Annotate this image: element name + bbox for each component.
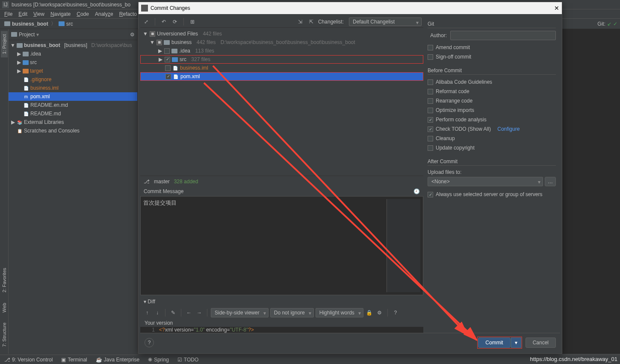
always-row[interactable]: Always use selected server or group of s… — [428, 190, 556, 199]
tree-root[interactable]: ▼business_boot [business] D:\workspace\b… — [9, 41, 137, 50]
tree-target[interactable]: ▶target — [9, 67, 137, 75]
collapse-icon[interactable]: ⇱ — [307, 18, 316, 26]
tree-pom[interactable]: mpom.xml — [9, 92, 137, 101]
checkbox[interactable] — [165, 65, 171, 71]
checkbox[interactable] — [428, 136, 433, 141]
diff-header[interactable]: ▾ Diff — [140, 297, 423, 306]
bottom-vc[interactable]: ⎇ 9: Version Control — [3, 357, 54, 363]
commit-message-input[interactable]: 首次提交项目 — [143, 199, 387, 292]
pom-node[interactable]: 📄pom.xml — [140, 72, 423, 81]
expand-icon[interactable]: ⇲ — [296, 18, 304, 26]
checkbox[interactable] — [428, 54, 433, 60]
amend-row[interactable]: Amend commit — [428, 43, 556, 52]
menu-edit[interactable]: Edit — [16, 10, 30, 18]
tab-favorites[interactable]: 2: Favorites — [1, 264, 8, 296]
tree-readme[interactable]: 📄README.md — [9, 109, 137, 118]
bottom-java[interactable]: ☕ Java Enterprise — [94, 357, 141, 363]
menu-navigate[interactable]: Navigate — [48, 10, 73, 18]
lock-icon[interactable]: 🔒 — [365, 308, 374, 317]
copyright-row[interactable]: Update copyright — [428, 143, 556, 153]
bottom-spring[interactable]: ❋ Spring — [146, 357, 171, 363]
group-icon[interactable]: ⊞ — [188, 18, 197, 26]
help-icon[interactable]: ? — [391, 308, 400, 317]
refresh-icon[interactable]: ⟳ — [171, 18, 179, 26]
rollback-icon[interactable]: ↶ — [159, 18, 168, 26]
checkbox[interactable] — [428, 126, 433, 132]
tab-project[interactable]: 1: Project — [1, 31, 8, 57]
git-pull-icon[interactable]: ↙ — [607, 21, 611, 27]
commit-button[interactable]: Commit — [478, 338, 510, 348]
perform-row[interactable]: Perform code analysis — [428, 115, 556, 124]
close-icon[interactable]: ✕ — [554, 5, 559, 12]
unversioned-node[interactable]: ▼■Unversioned Files 442 files — [140, 29, 423, 38]
tree-readme-en[interactable]: 📄README.en.md — [9, 101, 137, 109]
menu-analyze[interactable]: Analyze — [92, 10, 116, 18]
checkbox[interactable] — [428, 192, 433, 197]
checkbox[interactable] — [164, 48, 170, 54]
help-button[interactable]: ? — [145, 338, 154, 347]
ignore-select[interactable]: Do not ignore▾ — [270, 308, 314, 317]
tree-idea[interactable]: ▶.idea — [9, 50, 137, 58]
checkbox[interactable] — [165, 57, 170, 62]
cancel-button[interactable]: Cancel — [526, 338, 556, 348]
gear-icon[interactable]: ⚙ — [130, 32, 135, 38]
tree-gitignore[interactable]: 📄.gitignore — [9, 75, 137, 84]
iml-node[interactable]: 📄business.iml — [140, 64, 423, 72]
todo-configure-link[interactable]: Configure — [497, 126, 520, 132]
checkbox[interactable] — [428, 117, 433, 123]
reformat-row[interactable]: Reformat code — [428, 87, 556, 96]
prev-diff-icon[interactable]: ↑ — [143, 308, 151, 317]
viewer-select[interactable]: Side-by-side viewer▾ — [211, 308, 269, 317]
business-node[interactable]: ▼■business 442 files D:\workspace\busine… — [140, 38, 423, 47]
tree-scratch[interactable]: 📋Scratches and Consoles — [9, 126, 137, 135]
project-tree[interactable]: ▼business_boot [business] D:\workspace\b… — [9, 40, 137, 136]
commit-dropdown[interactable]: ▾ — [511, 338, 521, 348]
upload-browse-button[interactable]: … — [545, 177, 556, 186]
next-file-icon[interactable]: → — [195, 308, 204, 317]
optimize-row[interactable]: Optimize imports — [428, 106, 556, 115]
changes-tree[interactable]: ▼■Unversioned Files 442 files ▼■business… — [140, 28, 423, 82]
src-node[interactable]: ▶src 327 files — [140, 55, 423, 64]
idea-node[interactable]: ▶.idea 113 files — [140, 47, 423, 55]
checkbox[interactable] — [165, 74, 171, 79]
menu-code[interactable]: Code — [74, 10, 92, 18]
checkbox[interactable] — [428, 98, 433, 104]
prev-file-icon[interactable]: ← — [185, 308, 193, 317]
signoff-row[interactable]: Sign-off commit — [428, 52, 556, 62]
edit-icon[interactable]: ✎ — [169, 308, 177, 317]
tree-ext-lib[interactable]: ▶📚External Libraries — [9, 118, 137, 126]
tab-web[interactable]: Web — [1, 299, 8, 316]
menu-view[interactable]: View — [31, 10, 47, 18]
crumb-root[interactable]: business_boot — [3, 21, 50, 27]
history-icon[interactable]: 🕘 — [413, 188, 420, 194]
bottom-todo[interactable]: ☑ TODO — [176, 357, 200, 363]
checkbox[interactable] — [428, 145, 433, 151]
bottom-terminal[interactable]: ▣ Terminal — [59, 357, 89, 363]
tree-iml[interactable]: 📄business.iml — [9, 84, 137, 92]
tab-structure[interactable]: 7: Structure — [1, 319, 8, 350]
checkbox[interactable]: ■ — [150, 31, 155, 37]
menu-refactor[interactable]: Refacto — [117, 10, 139, 18]
alibaba-row[interactable]: Alibaba Code Guidelines — [428, 77, 556, 87]
changelist-select[interactable]: Default Changelist▾ — [349, 18, 422, 26]
upload-select[interactable]: <None>▾ — [428, 177, 543, 186]
tree-src[interactable]: ▶src — [9, 58, 137, 67]
author-input[interactable] — [450, 31, 556, 40]
checkbox[interactable]: ■ — [156, 40, 162, 45]
cleanup-row[interactable]: Cleanup — [428, 134, 556, 143]
gear-icon[interactable]: ⚙ — [375, 308, 384, 317]
menu-file[interactable]: File — [2, 10, 15, 18]
git-push-icon[interactable]: ✓ — [613, 21, 617, 27]
todo-row[interactable]: Check TODO (Show All) Configure — [428, 124, 556, 134]
chevron-down-icon[interactable]: ▾ — [36, 32, 39, 38]
checkbox[interactable] — [428, 108, 433, 113]
checkbox[interactable] — [428, 89, 433, 94]
next-diff-icon[interactable]: ↓ — [153, 308, 162, 317]
show-diff-icon[interactable]: ⤢ — [142, 18, 151, 26]
rearrange-row[interactable]: Rearrange code — [428, 96, 556, 106]
commit-msg-header: Commit Message 🕘 — [140, 187, 423, 196]
checkbox[interactable] — [428, 45, 433, 50]
crumb-src[interactable]: src — [57, 21, 75, 27]
checkbox[interactable] — [428, 79, 433, 85]
highlight-select[interactable]: Highlight words▾ — [316, 308, 363, 317]
